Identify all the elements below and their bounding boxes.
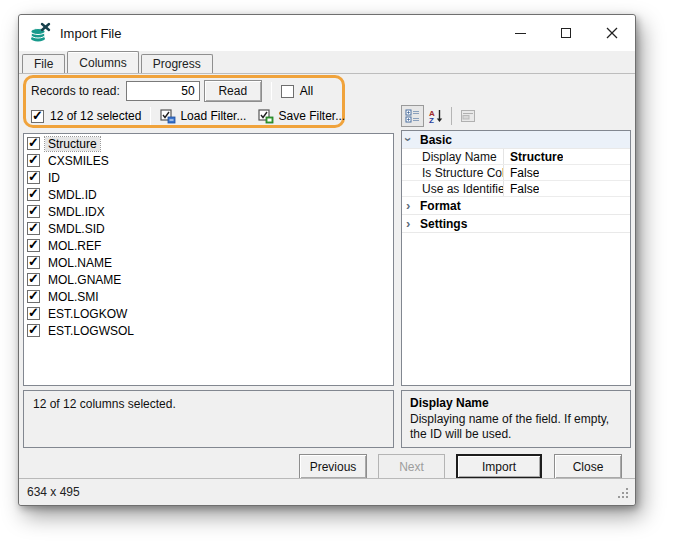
property-category-label: Format bbox=[420, 199, 461, 213]
minimize-button[interactable] bbox=[497, 15, 543, 51]
tab-label: Columns bbox=[79, 56, 126, 70]
import-button[interactable]: Import bbox=[456, 454, 542, 479]
column-checkbox-icon[interactable] bbox=[27, 222, 40, 235]
column-checkbox-icon[interactable] bbox=[27, 324, 40, 337]
tab-label: Progress bbox=[153, 57, 201, 71]
column-list-item[interactable]: EST.LOGWSOL bbox=[24, 322, 393, 339]
filter-row: 12 of 12 selected Load Filter... bbox=[31, 106, 357, 126]
svg-text:Z: Z bbox=[429, 116, 434, 124]
column-list[interactable]: StructureCXSMILESIDSMDL.IDSMDL.IDXSMDL.S… bbox=[23, 133, 394, 386]
property-category-basic[interactable]: Basic bbox=[402, 131, 630, 149]
column-list-item[interactable]: MOL.SMI bbox=[24, 288, 393, 305]
load-filter-button[interactable]: Load Filter... bbox=[160, 109, 246, 124]
property-value[interactable]: Structure bbox=[504, 150, 563, 164]
load-filter-icon bbox=[160, 109, 176, 124]
column-checkbox-icon[interactable] bbox=[27, 171, 40, 184]
property-category-settings[interactable]: Settings bbox=[402, 215, 630, 233]
close-button[interactable] bbox=[589, 15, 635, 51]
property-pages-button bbox=[456, 105, 479, 127]
separator bbox=[451, 107, 452, 125]
alphabetical-sort-button[interactable]: A Z bbox=[424, 105, 447, 127]
save-filter-icon bbox=[258, 109, 274, 124]
alphabetical-sort-icon: A Z bbox=[428, 108, 444, 124]
property-value[interactable]: False bbox=[504, 166, 539, 180]
property-category-label: Settings bbox=[420, 217, 467, 231]
resize-grip-icon[interactable] bbox=[616, 486, 629, 499]
column-checkbox-icon[interactable] bbox=[27, 290, 40, 303]
column-list-item[interactable]: ID bbox=[24, 169, 393, 186]
column-name: Structure bbox=[45, 137, 100, 151]
property-grid[interactable]: BasicDisplay NameStructureIs Structure C… bbox=[401, 130, 631, 386]
column-list-item[interactable]: SMDL.ID bbox=[24, 186, 393, 203]
records-row: Records to read: Read All bbox=[31, 80, 313, 102]
maximize-button[interactable] bbox=[543, 15, 589, 51]
column-name: MOL.GNAME bbox=[45, 273, 124, 287]
records-to-read-input[interactable] bbox=[126, 81, 200, 101]
chevron-right-icon bbox=[406, 216, 420, 231]
selection-summary-text: 12 of 12 columns selected. bbox=[33, 397, 176, 411]
maximize-icon bbox=[561, 28, 571, 38]
tab-columns[interactable]: Columns bbox=[67, 51, 138, 73]
column-checkbox-icon[interactable] bbox=[27, 154, 40, 167]
tab-label: File bbox=[34, 57, 53, 71]
column-checkbox-icon[interactable] bbox=[27, 239, 40, 252]
property-name: Is Structure Column bbox=[402, 165, 504, 180]
all-checkbox[interactable] bbox=[281, 85, 294, 98]
selection-checkbox-label: 12 of 12 selected bbox=[50, 109, 141, 123]
property-description-title: Display Name bbox=[410, 396, 622, 410]
property-value[interactable]: False bbox=[504, 182, 539, 196]
column-name: MOL.SMI bbox=[45, 290, 102, 304]
separator bbox=[271, 82, 272, 100]
save-filter-button[interactable]: Save Filter... bbox=[258, 109, 345, 124]
property-grid-toolbar: A Z bbox=[401, 104, 479, 128]
column-list-item[interactable]: MOL.GNAME bbox=[24, 271, 393, 288]
close-button[interactable]: Close bbox=[554, 454, 622, 479]
column-list-item[interactable]: EST.LOGKOW bbox=[24, 305, 393, 322]
column-name: ID bbox=[45, 171, 63, 185]
property-row[interactable]: Use as IdentifierFalse bbox=[402, 181, 630, 197]
column-list-item[interactable]: SMDL.IDX bbox=[24, 203, 393, 220]
column-name: EST.LOGWSOL bbox=[45, 324, 137, 338]
minimize-icon bbox=[515, 33, 526, 34]
column-list-item[interactable]: SMDL.SID bbox=[24, 220, 393, 237]
titlebar[interactable]: Import File bbox=[19, 15, 635, 51]
column-checkbox-icon[interactable] bbox=[27, 205, 40, 218]
window-title: Import File bbox=[60, 26, 121, 41]
status-bar: 634 x 495 bbox=[19, 478, 635, 505]
column-name: EST.LOGKOW bbox=[45, 307, 130, 321]
column-list-item[interactable]: MOL.NAME bbox=[24, 254, 393, 271]
tab-progress[interactable]: Progress bbox=[141, 54, 213, 73]
import-file-dialog: Import File FileColumnsProgress Records … bbox=[18, 14, 636, 506]
column-name: MOL.REF bbox=[45, 239, 104, 253]
dialog-size-label: 634 x 495 bbox=[27, 485, 80, 499]
property-row[interactable]: Is Structure ColumnFalse bbox=[402, 165, 630, 181]
categorized-button[interactable] bbox=[401, 105, 424, 127]
previous-button[interactable]: Previous bbox=[299, 454, 367, 479]
property-description-body: Displaying name of the field. If empty, … bbox=[410, 412, 622, 442]
selection-summary-panel: 12 of 12 columns selected. bbox=[23, 390, 394, 448]
column-name: SMDL.IDX bbox=[45, 205, 108, 219]
property-row[interactable]: Display NameStructure bbox=[402, 149, 630, 165]
chevron-right-icon bbox=[406, 198, 420, 213]
column-checkbox-icon[interactable] bbox=[27, 256, 40, 269]
property-category-format[interactable]: Format bbox=[402, 197, 630, 215]
column-checkbox-icon[interactable] bbox=[27, 273, 40, 286]
all-checkbox-label: All bbox=[300, 84, 313, 98]
column-list-item[interactable]: Structure bbox=[24, 135, 393, 152]
selection-checkbox[interactable] bbox=[31, 110, 44, 123]
column-checkbox-icon[interactable] bbox=[27, 307, 40, 320]
save-filter-label: Save Filter... bbox=[278, 109, 345, 123]
chevron-down-icon bbox=[406, 132, 420, 147]
dialog-content: Records to read: Read All 12 of 12 selec… bbox=[19, 73, 635, 478]
column-name: CXSMILES bbox=[45, 154, 112, 168]
column-list-item[interactable]: CXSMILES bbox=[24, 152, 393, 169]
property-name: Use as Identifier bbox=[402, 181, 504, 196]
column-name: SMDL.SID bbox=[45, 222, 108, 236]
column-checkbox-icon[interactable] bbox=[27, 137, 40, 150]
read-button[interactable]: Read bbox=[204, 80, 262, 102]
tab-file[interactable]: File bbox=[22, 54, 65, 73]
tab-bar: FileColumnsProgress bbox=[19, 51, 635, 73]
column-list-item[interactable]: MOL.REF bbox=[24, 237, 393, 254]
close-icon bbox=[606, 27, 618, 39]
column-checkbox-icon[interactable] bbox=[27, 188, 40, 201]
